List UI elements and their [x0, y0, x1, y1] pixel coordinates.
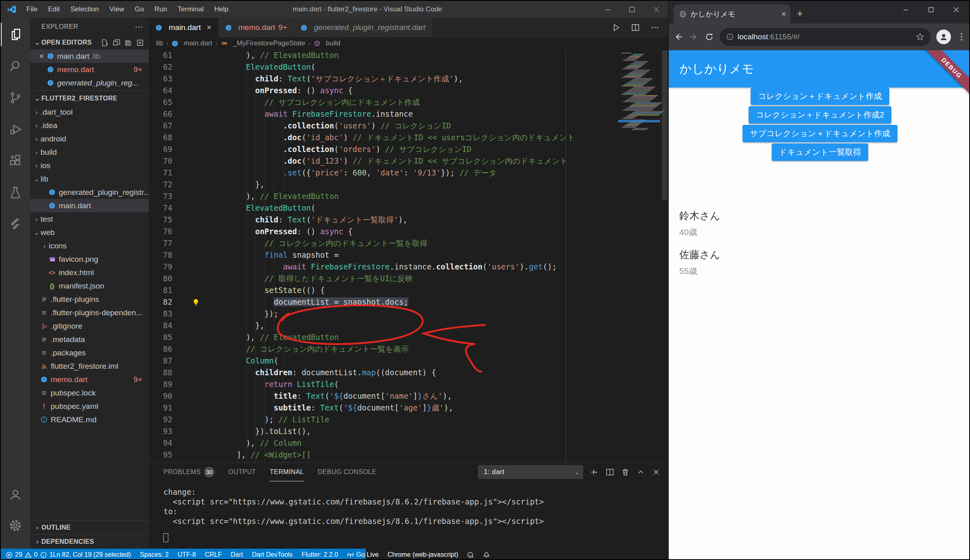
- explorer-more-actions-icon[interactable]: ⋯: [135, 22, 144, 32]
- tree-item[interactable]: .gitignore: [30, 319, 149, 333]
- flutter-icon[interactable]: [1, 212, 30, 236]
- code-line[interactable]: 65// サブコレクション内にドキュメント作成: [149, 96, 668, 108]
- panel-tab-debug-console[interactable]: DEBUG CONSOLE: [318, 463, 376, 481]
- tab-close-icon[interactable]: ✕: [781, 11, 786, 18]
- code-line[interactable]: 70.doc('id_123') // ドキュメントID << サブコレクション…: [149, 155, 668, 167]
- tree-item[interactable]: ⌄lib: [30, 172, 149, 186]
- code-line[interactable]: 93}).toList(),: [149, 425, 668, 437]
- menu-run[interactable]: Run: [149, 1, 172, 18]
- code-line[interactable]: 90title: Text('${document['name']}さん'),: [149, 390, 668, 402]
- close-button[interactable]: [644, 1, 668, 18]
- editor-tab[interactable]: memo.dart9+: [219, 18, 294, 37]
- open-editor-item[interactable]: generated_plugin_reg...: [30, 76, 149, 90]
- tree-item[interactable]: ⌄web: [30, 226, 149, 239]
- tree-item[interactable]: !pubspec.yaml: [30, 400, 149, 413]
- status-feedback[interactable]: [467, 551, 474, 558]
- tree-item[interactable]: ›.idea: [30, 119, 149, 132]
- status-indentation[interactable]: Spaces: 2: [140, 551, 169, 558]
- chrome-maximize-button[interactable]: [918, 1, 944, 19]
- tree-item[interactable]: .flutter-plugins-dependen...: [30, 306, 149, 319]
- status-dart-devtools[interactable]: Dart DevTools: [252, 551, 292, 558]
- tree-item[interactable]: <>index.html: [30, 266, 149, 279]
- breadcrumb-item[interactable]: lib: [156, 39, 163, 47]
- more-actions-icon[interactable]: [650, 23, 659, 32]
- code-line[interactable]: 85), // ElevatedButton: [149, 331, 668, 343]
- back-button-icon[interactable]: [674, 32, 683, 42]
- extensions-icon[interactable]: [1, 149, 30, 173]
- split-editor-icon[interactable]: [631, 23, 640, 32]
- section-outline[interactable]: ›OUTLINE: [30, 520, 149, 534]
- code-line[interactable]: 67.collection('users') // コレクションID: [149, 120, 668, 132]
- breadcrumb-item[interactable]: main.dart: [172, 39, 212, 47]
- chrome-close-button[interactable]: [944, 1, 969, 19]
- code-line[interactable]: 76onPressed: () async {: [149, 226, 668, 237]
- source-control-icon[interactable]: [1, 86, 30, 109]
- code-line[interactable]: 95], // <Widget>[]: [149, 449, 668, 461]
- problems-status[interactable]: 29 0 1: [1, 551, 53, 558]
- code-line[interactable]: 79await FirebaseFirestore.instance.colle…: [149, 261, 668, 273]
- code-line[interactable]: 63child: Text('サブコレクション＋ドキュメント作成'),: [149, 73, 668, 85]
- elevated-button[interactable]: コレクション＋ドキュメント作成: [751, 88, 889, 105]
- browser-tab[interactable]: かしかりメモ ✕: [674, 4, 790, 24]
- editor-scrollbar[interactable]: [662, 50, 667, 200]
- tree-item[interactable]: .flutter-plugins: [30, 293, 149, 306]
- url-bar[interactable]: localhost:61155/#/: [720, 28, 931, 46]
- split-terminal-icon[interactable]: [606, 468, 614, 476]
- elevated-button[interactable]: ドキュメント一覧取得: [772, 143, 869, 161]
- code-line[interactable]: 69.collection('orders') // サブコレクションID: [149, 143, 668, 155]
- code-line[interactable]: 91subtitle: Text('${document['age']}歳'),: [149, 402, 668, 414]
- open-editor-item[interactable]: ✕main.dartlib: [30, 49, 149, 63]
- tree-item[interactable]: ›icons: [30, 239, 149, 252]
- tree-item[interactable]: memo.dart9+: [30, 373, 149, 386]
- menu-selection[interactable]: Selection: [65, 1, 104, 18]
- code-line[interactable]: 89return ListTile(: [149, 378, 668, 390]
- code-line[interactable]: 73), // ElevatedButton: [149, 190, 668, 202]
- elevated-button[interactable]: コレクション＋ドキュメント作成2: [749, 106, 892, 124]
- code-line[interactable]: 62ElevatedButton(: [149, 61, 668, 73]
- code-line[interactable]: 84},: [149, 320, 668, 331]
- code-line[interactable]: 66await FirebaseFirestore.instance: [149, 108, 668, 120]
- tree-item[interactable]: ›android: [30, 132, 149, 145]
- editor-tab[interactable]: generated_plugin_registrant.dart: [294, 18, 432, 37]
- code-line[interactable]: 72},: [149, 179, 668, 190]
- tree-item[interactable]: main.dart: [30, 199, 149, 212]
- forward-button-icon[interactable]: [689, 32, 699, 42]
- code-line[interactable]: 74ElevatedButton(: [149, 202, 668, 214]
- settings-icon[interactable]: [1, 514, 30, 537]
- status-eol[interactable]: CRLF: [205, 551, 222, 558]
- close-all-editors-icon[interactable]: [136, 39, 144, 47]
- tree-item[interactable]: ›build: [30, 145, 149, 159]
- reload-button-icon[interactable]: [704, 32, 714, 42]
- close-tab-icon[interactable]: ✕: [206, 24, 212, 31]
- menu-file[interactable]: File: [21, 1, 43, 18]
- close-panel-icon[interactable]: [652, 468, 660, 476]
- code-line[interactable]: 83});: [149, 308, 668, 320]
- breadcrumb-item[interactable]: build: [314, 39, 341, 47]
- code-line[interactable]: 80// 取得したドキュメント一覧をUIに反映: [149, 273, 668, 284]
- tree-item[interactable]: ›test: [30, 212, 149, 226]
- code-line[interactable]: 64onPressed: () async {: [149, 85, 668, 96]
- elevated-button[interactable]: サブコレクション＋ドキュメント作成: [743, 125, 898, 142]
- menu-edit[interactable]: Edit: [43, 1, 65, 18]
- status-notifications[interactable]: [483, 551, 490, 558]
- new-file-icon[interactable]: [101, 39, 109, 47]
- status-go-live[interactable]: Go Live: [347, 551, 379, 558]
- save-all-icon[interactable]: [124, 39, 132, 47]
- status-language-mode[interactable]: Dart: [231, 551, 243, 558]
- maximize-button[interactable]: [620, 1, 644, 18]
- tree-item[interactable]: generated_plugin_registr...: [30, 186, 149, 199]
- maximize-panel-icon[interactable]: [637, 468, 645, 476]
- code-line[interactable]: 78final snapshot =: [149, 249, 668, 261]
- site-info-icon[interactable]: [726, 33, 734, 41]
- code-line[interactable]: 94), // Column: [149, 437, 668, 449]
- code-line[interactable]: 82documentList = snapshot.docs;: [149, 296, 668, 308]
- tree-item[interactable]: ›ios: [30, 159, 149, 172]
- code-line[interactable]: 71.set({'price': 600, 'date': '9/13'}); …: [149, 167, 668, 179]
- status-flutter-version[interactable]: Flutter: 2.2.0: [302, 551, 338, 558]
- menu-go[interactable]: Go: [129, 1, 149, 18]
- account-icon[interactable]: [1, 483, 30, 507]
- tree-item[interactable]: favicon.png: [30, 252, 149, 266]
- code-editor[interactable]: 61), // ElevatedButton62ElevatedButton(6…: [149, 49, 668, 463]
- code-line[interactable]: 81setState(() {: [149, 284, 668, 296]
- terminal-shell-select[interactable]: 1: dart ⌄: [478, 465, 583, 479]
